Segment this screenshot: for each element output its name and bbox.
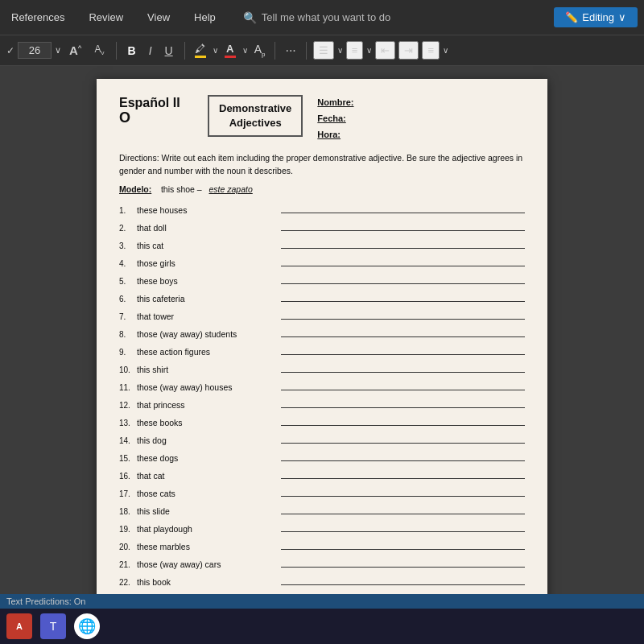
directions-text: Directions: Write out each item includin…: [119, 152, 525, 178]
answer-line[interactable]: [281, 326, 525, 337]
answer-line[interactable]: [281, 503, 525, 514]
font-style-icon: Ap: [254, 43, 266, 58]
teams-taskbar-icon[interactable]: T: [40, 613, 66, 639]
answer-line[interactable]: [281, 539, 525, 550]
menu-bar: References Review View Help 🔍 Tell me wh…: [6, 8, 554, 27]
font-size-input[interactable]: [18, 42, 52, 59]
exercise-list: 1. these houses 2. that doll 3. this cat…: [119, 202, 525, 594]
separator-3: [275, 42, 275, 60]
item-text: this cafeteria: [137, 292, 278, 306]
font-color-button[interactable]: A: [221, 41, 239, 60]
menu-review[interactable]: Review: [84, 8, 128, 27]
list-item: 3. this cat: [119, 237, 525, 253]
list-item: 22. this book: [119, 574, 525, 589]
list-item: 20. these marbles: [119, 539, 525, 554]
item-text: these marbles: [137, 540, 278, 554]
list-button[interactable]: ☰: [313, 41, 334, 60]
item-text: these houses: [137, 204, 278, 217]
answer-line[interactable]: [281, 291, 525, 302]
item-text: these boys: [137, 275, 278, 288]
item-text: these dogs: [137, 452, 278, 465]
item-text: those cats: [137, 487, 278, 501]
separator-4: [306, 42, 307, 60]
modelo-line: Modelo: this shoe – este zapato: [119, 184, 525, 194]
bold-button[interactable]: B: [123, 42, 141, 60]
highlight-icon: 🖍: [195, 43, 205, 55]
font-size-up-button[interactable]: A^: [64, 41, 87, 60]
item-text: that tower: [137, 310, 278, 324]
answer-line[interactable]: [281, 485, 525, 497]
align-chevron-icon[interactable]: ∨: [443, 46, 448, 55]
item-number: 17.: [119, 488, 134, 501]
list-item: 1. these houses: [119, 202, 525, 217]
font-color-chevron-icon[interactable]: ∨: [242, 46, 248, 55]
item-number: 16.: [119, 470, 134, 483]
answer-line[interactable]: [281, 415, 525, 426]
list-item: 4. those girls: [119, 255, 525, 270]
tell-me-bar: 🔍 Tell me what you want to do: [243, 11, 390, 24]
menu-view[interactable]: View: [142, 8, 175, 27]
item-number: 15.: [119, 452, 134, 465]
highlight-chevron-icon[interactable]: ∨: [213, 46, 218, 55]
answer-line[interactable]: [281, 574, 525, 585]
item-number: 13.: [119, 417, 134, 430]
spacing-chevron-icon[interactable]: ∨: [366, 46, 372, 55]
list-item: 10. this shirt: [119, 361, 525, 377]
item-number: 11.: [119, 382, 134, 394]
editing-label: Editing: [582, 11, 614, 23]
answer-line[interactable]: [281, 255, 525, 266]
align-button[interactable]: ≡: [422, 41, 440, 60]
menu-references[interactable]: References: [6, 8, 69, 27]
indent-left-button[interactable]: ⇤: [375, 41, 395, 60]
pdf-taskbar-icon[interactable]: A: [6, 613, 32, 639]
list-item: 18. this slide: [119, 503, 525, 518]
nombre-label: Nombre:: [317, 97, 353, 107]
italic-button[interactable]: I: [144, 42, 157, 60]
font-size-down-button[interactable]: Av: [90, 41, 109, 59]
pdf-label: A: [16, 621, 23, 631]
line-spacing-button[interactable]: ≡: [346, 41, 364, 60]
answer-line[interactable]: [281, 556, 525, 568]
chevron-down-icon[interactable]: ∨: [55, 45, 61, 56]
highlight-color-button[interactable]: 🖍: [192, 41, 209, 60]
answer-line[interactable]: [281, 397, 525, 408]
item-number: 10.: [119, 364, 134, 377]
item-number: 14.: [119, 435, 134, 448]
list-item: 6. this cafeteria: [119, 291, 525, 306]
answer-line[interactable]: [281, 468, 525, 479]
answer-line[interactable]: [281, 450, 525, 461]
answer-line[interactable]: [281, 273, 525, 284]
answer-line[interactable]: [281, 379, 525, 390]
answer-line[interactable]: [281, 344, 525, 355]
list-item: 8. those (way away) students: [119, 326, 525, 341]
modelo-answer: este zapato: [208, 184, 252, 194]
answer-line[interactable]: [281, 220, 525, 231]
item-text: those (way away) houses: [137, 381, 278, 394]
answer-line[interactable]: [281, 202, 525, 213]
list-item: 13. these books: [119, 415, 525, 430]
item-number: 7.: [119, 311, 134, 324]
espanol-title-block: Español II O: [119, 95, 200, 125]
answer-line[interactable]: [281, 432, 525, 444]
doc-header: Español II O Demonstrative Adjectives No…: [119, 95, 525, 142]
chrome-label: 🌐: [78, 617, 96, 635]
answer-line[interactable]: [281, 237, 525, 249]
espanol-title: Español II: [119, 95, 200, 110]
underline-button[interactable]: U: [160, 42, 178, 60]
taskbar: A T 🌐: [0, 609, 644, 644]
menu-help[interactable]: Help: [189, 8, 221, 27]
more-options-button[interactable]: ···: [282, 42, 299, 60]
indent-right-button[interactable]: ⇥: [398, 41, 419, 60]
answer-line[interactable]: [281, 361, 525, 373]
chrome-taskbar-icon[interactable]: 🌐: [74, 613, 100, 639]
item-number: 2.: [119, 222, 134, 235]
editing-button[interactable]: ✏️ Editing ∨: [554, 7, 638, 27]
item-text: those (way away) cars: [137, 558, 278, 572]
list-chevron-icon[interactable]: ∨: [337, 46, 343, 55]
answer-line[interactable]: [281, 308, 525, 320]
answer-line[interactable]: [281, 521, 525, 532]
font-style-button[interactable]: Ap: [251, 41, 269, 60]
item-number: 5.: [119, 275, 134, 288]
title-line2: Adjectives: [229, 117, 282, 129]
item-text: that cat: [137, 469, 278, 483]
